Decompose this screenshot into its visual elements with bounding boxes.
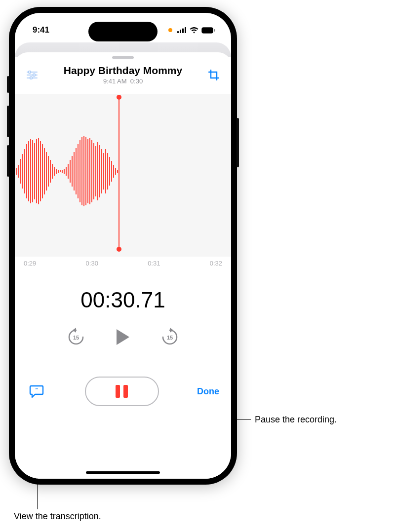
recording-duration: 0:30 <box>130 77 143 85</box>
skip-forward-label: 15 <box>167 335 173 341</box>
play-button[interactable] <box>115 328 131 348</box>
battery-icon <box>201 27 215 34</box>
tick-label: 0:32 <box>210 260 222 267</box>
svg-rect-3 <box>185 27 186 33</box>
settings-icon[interactable] <box>24 67 40 83</box>
dynamic-island <box>88 22 158 41</box>
callout-pause: Pause the recording. <box>255 415 337 425</box>
svg-rect-6 <box>214 29 215 32</box>
sheet-grabber[interactable] <box>112 56 134 59</box>
waveform-icon <box>15 129 119 213</box>
header-row: Happy Birthday Mommy 9:41 AM 0:30 <box>15 65 231 85</box>
side-button <box>7 76 9 93</box>
recording-timestamp: 9:41 AM <box>103 77 127 85</box>
tick-label: 0:31 <box>148 260 160 267</box>
transcription-button[interactable]: ” <box>27 383 46 400</box>
svg-point-11 <box>33 74 36 76</box>
skip-back-button[interactable]: 15 <box>67 327 85 349</box>
volume-down-button <box>7 145 9 177</box>
pause-button[interactable] <box>85 377 159 406</box>
title-block: Happy Birthday Mommy 9:41 AM 0:30 <box>40 65 205 85</box>
svg-point-12 <box>30 76 33 79</box>
power-button <box>237 118 239 167</box>
home-indicator[interactable] <box>86 471 160 474</box>
recording-indicator-dot <box>168 28 172 32</box>
recording-subtitle: 9:41 AM 0:30 <box>40 77 205 85</box>
callout-transcription: View the transcription. <box>14 511 101 522</box>
status-right <box>168 27 215 34</box>
playback-controls: 15 15 <box>15 327 231 349</box>
pause-icon <box>116 385 128 398</box>
tick-label: 0:29 <box>24 260 36 267</box>
elapsed-time: 00:30.71 <box>15 288 231 312</box>
waveform-area[interactable] <box>15 94 231 257</box>
recording-title: Happy Birthday Mommy <box>40 65 205 76</box>
time-ticks: 0:29 0:30 0:31 0:32 <box>15 257 231 267</box>
svg-rect-1 <box>180 30 181 33</box>
svg-rect-0 <box>177 31 179 33</box>
svg-rect-5 <box>202 28 212 33</box>
status-time: 9:41 <box>33 25 49 35</box>
screen: 9:41 Happy Birthday Mommy 9:41 AM 0:30 <box>15 13 231 479</box>
skip-back-label: 15 <box>73 335 79 341</box>
svg-text:”: ” <box>35 387 38 393</box>
playhead[interactable] <box>119 97 119 250</box>
tick-label: 0:30 <box>86 260 98 267</box>
wifi-icon <box>190 27 198 34</box>
bottom-controls: ” Done <box>15 377 231 406</box>
phone-frame: 9:41 Happy Birthday Mommy 9:41 AM 0:30 <box>9 7 237 485</box>
skip-forward-button[interactable]: 15 <box>161 327 179 349</box>
cellular-icon <box>177 27 187 33</box>
crop-icon[interactable] <box>205 67 222 83</box>
recording-sheet: Happy Birthday Mommy 9:41 AM 0:30 <box>15 52 231 479</box>
volume-up-button <box>7 106 9 137</box>
svg-point-10 <box>29 71 31 73</box>
svg-rect-2 <box>182 29 184 34</box>
done-button[interactable]: Done <box>197 386 219 397</box>
